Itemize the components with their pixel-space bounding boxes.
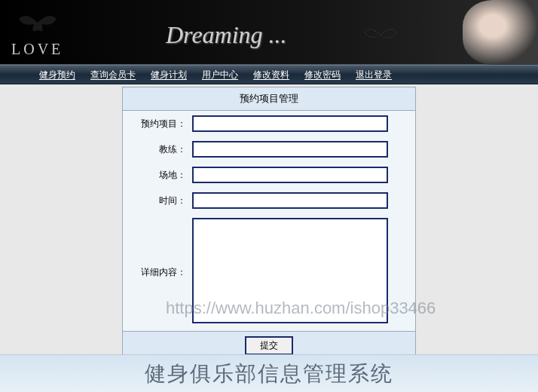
butterfly-icon	[15, 8, 60, 38]
nav-edit-profile[interactable]: 修改资料	[246, 69, 297, 81]
coach-label: 教练：	[123, 136, 189, 162]
butterfly-outline-icon	[362, 23, 399, 49]
banner-love-text: LOVE	[11, 41, 63, 58]
content-area: 预约项目管理 预约项目： 教练： 场地： 时间： 详细内容： 提交	[0, 84, 538, 360]
venue-input[interactable]	[192, 167, 388, 183]
header-banner: LOVE Dreaming ...	[0, 0, 538, 65]
project-label: 预约项目：	[123, 111, 189, 137]
footer: 健身俱乐部信息管理系统	[0, 354, 538, 392]
banner-portrait	[463, 0, 538, 65]
nav-member-card[interactable]: 查询会员卡	[83, 69, 143, 81]
time-label: 时间：	[123, 188, 189, 213]
project-input[interactable]	[192, 115, 388, 132]
main-navbar: 健身预约 查询会员卡 健身计划 用户中心 修改资料 修改密码 退出登录	[0, 65, 538, 84]
detail-textarea[interactable]	[192, 218, 388, 323]
detail-label: 详细内容：	[123, 213, 189, 332]
nav-fitness-reserve[interactable]: 健身预约	[32, 69, 83, 81]
submit-button[interactable]: 提交	[245, 336, 293, 355]
nav-change-password[interactable]: 修改密码	[297, 69, 348, 81]
nav-fitness-plan[interactable]: 健身计划	[143, 69, 194, 81]
nav-user-center[interactable]: 用户中心	[194, 69, 246, 81]
form-title: 预约项目管理	[123, 87, 416, 111]
venue-label: 场地：	[123, 162, 189, 188]
banner-dreaming-text: Dreaming ...	[166, 21, 287, 49]
time-input[interactable]	[192, 192, 388, 209]
nav-logout[interactable]: 退出登录	[348, 69, 399, 81]
coach-input[interactable]	[192, 141, 388, 158]
reservation-form: 预约项目管理 预约项目： 教练： 场地： 时间： 详细内容： 提交	[122, 87, 416, 360]
footer-title: 健身俱乐部信息管理系统	[145, 360, 393, 388]
